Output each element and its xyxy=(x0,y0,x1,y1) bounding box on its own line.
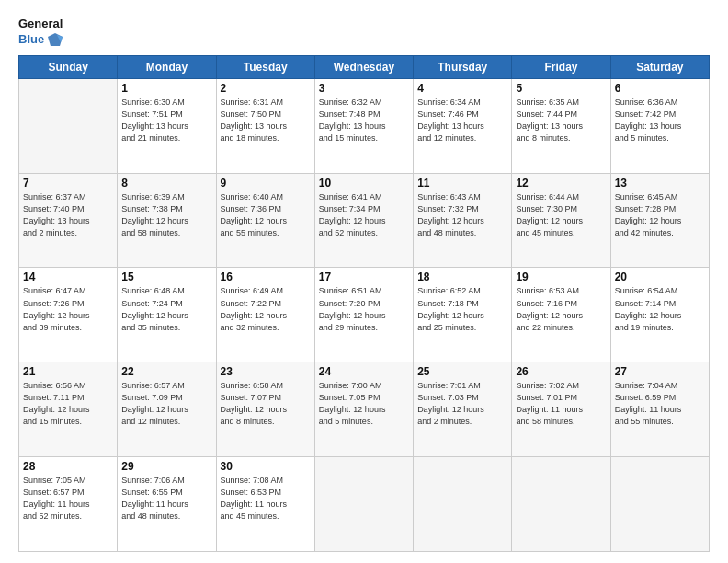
day-info: Sunrise: 6:41 AM Sunset: 7:34 PM Dayligh… xyxy=(319,191,409,239)
day-number: 18 xyxy=(417,270,507,283)
column-header-tuesday: Tuesday xyxy=(216,55,314,78)
calendar-cell xyxy=(414,457,512,552)
day-number: 22 xyxy=(121,365,211,378)
day-number: 7 xyxy=(23,177,113,190)
calendar-cell: 13Sunrise: 6:45 AM Sunset: 7:28 PM Dayli… xyxy=(610,173,709,268)
calendar-cell: 18Sunrise: 6:52 AM Sunset: 7:18 PM Dayli… xyxy=(414,268,512,362)
calendar-cell: 3Sunrise: 6:32 AM Sunset: 7:48 PM Daylig… xyxy=(314,78,413,173)
day-number: 6 xyxy=(615,82,705,95)
day-info: Sunrise: 7:02 AM Sunset: 7:01 PM Dayligh… xyxy=(516,380,606,428)
calendar-cell: 2Sunrise: 6:31 AM Sunset: 7:50 PM Daylig… xyxy=(216,78,314,173)
page: General Blue SundayMondayTuesdayWednesda… xyxy=(0,0,728,563)
day-info: Sunrise: 6:43 AM Sunset: 7:32 PM Dayligh… xyxy=(417,191,507,239)
day-number: 15 xyxy=(121,270,211,283)
calendar-week-row: 1Sunrise: 6:30 AM Sunset: 7:51 PM Daylig… xyxy=(19,78,710,173)
day-info: Sunrise: 6:49 AM Sunset: 7:22 PM Dayligh… xyxy=(221,285,311,333)
calendar-cell xyxy=(314,457,413,552)
day-number: 2 xyxy=(221,82,311,95)
calendar-cell: 12Sunrise: 6:44 AM Sunset: 7:30 PM Dayli… xyxy=(512,173,610,268)
day-info: Sunrise: 6:57 AM Sunset: 7:09 PM Dayligh… xyxy=(121,380,211,428)
calendar-cell: 9Sunrise: 6:40 AM Sunset: 7:36 PM Daylig… xyxy=(216,173,314,268)
column-header-saturday: Saturday xyxy=(610,55,709,78)
calendar-week-row: 7Sunrise: 6:37 AM Sunset: 7:40 PM Daylig… xyxy=(19,173,710,268)
day-number: 4 xyxy=(417,82,507,95)
calendar-cell: 7Sunrise: 6:37 AM Sunset: 7:40 PM Daylig… xyxy=(19,173,118,268)
day-number: 24 xyxy=(319,365,409,378)
calendar-cell: 25Sunrise: 7:01 AM Sunset: 7:03 PM Dayli… xyxy=(414,362,512,457)
day-number: 16 xyxy=(221,270,311,283)
day-info: Sunrise: 7:05 AM Sunset: 6:57 PM Dayligh… xyxy=(23,475,113,523)
day-info: Sunrise: 6:47 AM Sunset: 7:26 PM Dayligh… xyxy=(23,285,113,333)
day-number: 10 xyxy=(319,177,409,190)
calendar-cell: 27Sunrise: 7:04 AM Sunset: 6:59 PM Dayli… xyxy=(610,362,709,457)
day-number: 23 xyxy=(221,365,311,378)
calendar-cell: 17Sunrise: 6:51 AM Sunset: 7:20 PM Dayli… xyxy=(314,268,413,362)
calendar-week-row: 21Sunrise: 6:56 AM Sunset: 7:11 PM Dayli… xyxy=(19,362,710,457)
calendar-cell xyxy=(512,457,610,552)
calendar-cell xyxy=(610,457,709,552)
day-info: Sunrise: 6:37 AM Sunset: 7:40 PM Dayligh… xyxy=(23,191,113,239)
day-info: Sunrise: 6:48 AM Sunset: 7:24 PM Dayligh… xyxy=(121,285,211,333)
column-header-thursday: Thursday xyxy=(414,55,512,78)
day-number: 25 xyxy=(417,365,507,378)
column-header-monday: Monday xyxy=(118,55,216,78)
day-number: 11 xyxy=(417,177,507,190)
calendar-cell: 20Sunrise: 6:54 AM Sunset: 7:14 PM Dayli… xyxy=(610,268,709,362)
day-number: 1 xyxy=(121,82,211,95)
calendar-table: SundayMondayTuesdayWednesdayThursdayFrid… xyxy=(18,55,710,552)
column-header-wednesday: Wednesday xyxy=(314,55,413,78)
day-info: Sunrise: 6:54 AM Sunset: 7:14 PM Dayligh… xyxy=(615,285,705,333)
calendar-cell: 8Sunrise: 6:39 AM Sunset: 7:38 PM Daylig… xyxy=(118,173,216,268)
column-header-sunday: Sunday xyxy=(19,55,118,78)
day-number: 13 xyxy=(615,177,705,190)
day-info: Sunrise: 7:01 AM Sunset: 7:03 PM Dayligh… xyxy=(417,380,507,428)
day-number: 28 xyxy=(23,460,113,473)
calendar-cell: 24Sunrise: 7:00 AM Sunset: 7:05 PM Dayli… xyxy=(314,362,413,457)
day-number: 5 xyxy=(516,82,606,95)
day-info: Sunrise: 6:53 AM Sunset: 7:16 PM Dayligh… xyxy=(516,285,606,333)
calendar-cell xyxy=(19,78,118,173)
calendar-cell: 22Sunrise: 6:57 AM Sunset: 7:09 PM Dayli… xyxy=(118,362,216,457)
day-number: 29 xyxy=(121,460,211,473)
calendar-cell: 30Sunrise: 7:08 AM Sunset: 6:53 PM Dayli… xyxy=(216,457,314,552)
calendar-cell: 1Sunrise: 6:30 AM Sunset: 7:51 PM Daylig… xyxy=(118,78,216,173)
calendar-cell: 5Sunrise: 6:35 AM Sunset: 7:44 PM Daylig… xyxy=(512,78,610,173)
day-number: 17 xyxy=(319,270,409,283)
day-info: Sunrise: 6:45 AM Sunset: 7:28 PM Dayligh… xyxy=(615,191,705,239)
day-info: Sunrise: 6:31 AM Sunset: 7:50 PM Dayligh… xyxy=(221,97,311,144)
day-info: Sunrise: 6:39 AM Sunset: 7:38 PM Dayligh… xyxy=(121,191,211,239)
day-number: 3 xyxy=(319,82,409,95)
day-info: Sunrise: 6:30 AM Sunset: 7:51 PM Dayligh… xyxy=(121,97,211,144)
day-number: 9 xyxy=(221,177,311,190)
day-info: Sunrise: 6:35 AM Sunset: 7:44 PM Dayligh… xyxy=(516,97,606,144)
header: General Blue xyxy=(18,17,710,48)
day-info: Sunrise: 6:58 AM Sunset: 7:07 PM Dayligh… xyxy=(221,380,311,428)
logo: General Blue xyxy=(18,17,63,48)
calendar-cell: 6Sunrise: 6:36 AM Sunset: 7:42 PM Daylig… xyxy=(610,78,709,173)
day-info: Sunrise: 6:36 AM Sunset: 7:42 PM Dayligh… xyxy=(615,97,705,144)
day-info: Sunrise: 6:52 AM Sunset: 7:18 PM Dayligh… xyxy=(417,285,507,333)
calendar-cell: 19Sunrise: 6:53 AM Sunset: 7:16 PM Dayli… xyxy=(512,268,610,362)
calendar-cell: 28Sunrise: 7:05 AM Sunset: 6:57 PM Dayli… xyxy=(19,457,118,552)
calendar-week-row: 14Sunrise: 6:47 AM Sunset: 7:26 PM Dayli… xyxy=(19,268,710,362)
day-info: Sunrise: 6:40 AM Sunset: 7:36 PM Dayligh… xyxy=(221,191,311,239)
day-number: 8 xyxy=(121,177,211,190)
day-number: 19 xyxy=(516,270,606,283)
day-number: 21 xyxy=(23,365,113,378)
day-info: Sunrise: 7:06 AM Sunset: 6:55 PM Dayligh… xyxy=(121,475,211,523)
logo-text: General Blue xyxy=(18,17,63,48)
day-number: 27 xyxy=(615,365,705,378)
day-number: 14 xyxy=(23,270,113,283)
day-info: Sunrise: 6:44 AM Sunset: 7:30 PM Dayligh… xyxy=(516,191,606,239)
day-number: 12 xyxy=(516,177,606,190)
day-info: Sunrise: 7:08 AM Sunset: 6:53 PM Dayligh… xyxy=(221,475,311,523)
calendar-week-row: 28Sunrise: 7:05 AM Sunset: 6:57 PM Dayli… xyxy=(19,457,710,552)
calendar-cell: 29Sunrise: 7:06 AM Sunset: 6:55 PM Dayli… xyxy=(118,457,216,552)
calendar-cell: 11Sunrise: 6:43 AM Sunset: 7:32 PM Dayli… xyxy=(414,173,512,268)
calendar-cell: 26Sunrise: 7:02 AM Sunset: 7:01 PM Dayli… xyxy=(512,362,610,457)
day-info: Sunrise: 6:32 AM Sunset: 7:48 PM Dayligh… xyxy=(319,97,409,144)
column-header-friday: Friday xyxy=(512,55,610,78)
day-number: 30 xyxy=(221,460,311,473)
day-info: Sunrise: 7:00 AM Sunset: 7:05 PM Dayligh… xyxy=(319,380,409,428)
calendar-cell: 4Sunrise: 6:34 AM Sunset: 7:46 PM Daylig… xyxy=(414,78,512,173)
